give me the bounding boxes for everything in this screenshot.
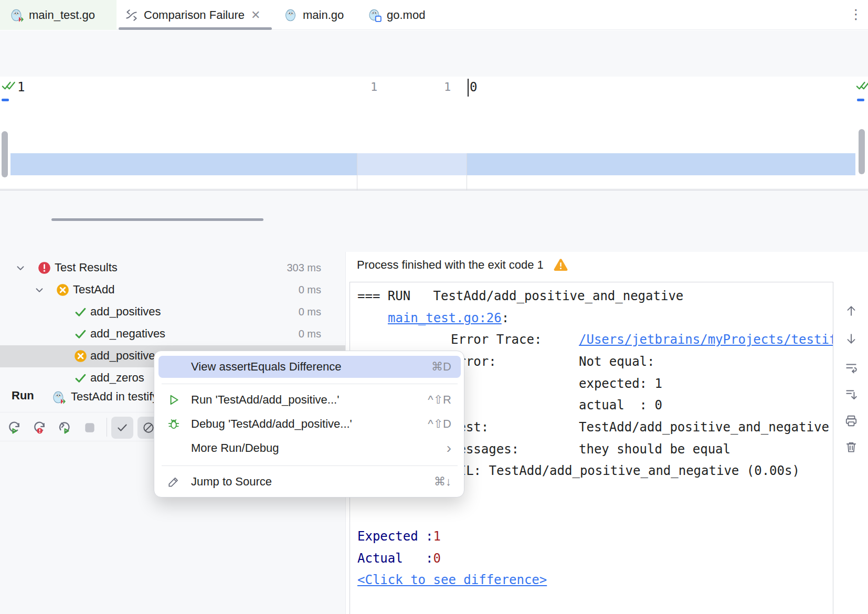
menu-item-shortcut: ⌘D — [431, 360, 451, 374]
tab-label: go.mod — [387, 8, 425, 22]
process-status-text: Process finished with the exit code 1 — [357, 258, 544, 272]
scroll-down-icon[interactable] — [844, 332, 858, 346]
active-tab-underline — [119, 27, 272, 30]
tree-label: add_positives — [90, 305, 161, 319]
tab-label: main.go — [303, 8, 344, 22]
tab-main-go[interactable]: main.go — [278, 0, 357, 30]
menu-item-label: Run 'TestAdd/add_positive...' — [191, 393, 339, 407]
tree-label: TestAdd — [73, 283, 115, 297]
tab-label: Comparison Failure — [144, 8, 245, 22]
tab-bar-kebab-menu-icon[interactable]: ⋮ — [849, 6, 863, 23]
menu-item-label: Jump to Source — [191, 475, 272, 489]
tree-time: 0 ms — [299, 306, 321, 318]
accepted-checks-icon-right — [855, 79, 868, 93]
expected-summary-line: Expected :1 — [357, 527, 441, 546]
diff-pane-headers: Expected Actual — [0, 58, 868, 77]
left-scrollbar-thumb[interactable] — [2, 131, 8, 177]
tab-label: main_test.go — [29, 8, 95, 22]
menu-item-shortcut: ^⇧D — [428, 417, 451, 431]
tab-main-test-go[interactable]: main_test.go — [0, 0, 117, 30]
show-passed-toggle[interactable] — [111, 417, 133, 439]
expected-line-text: 1 — [17, 80, 25, 94]
error-badge-icon — [37, 261, 51, 275]
go-test-file-icon — [51, 390, 66, 404]
tree-row-add-positives[interactable]: add_positives 0 ms — [0, 301, 345, 323]
file-link[interactable]: main_test.go:26 — [388, 311, 502, 325]
scroll-to-end-icon[interactable] — [844, 388, 858, 401]
menu-item-jump-to-source[interactable]: Jump to Source ⌘↓ — [158, 471, 461, 493]
messages-value: they should be equal — [579, 440, 731, 459]
tree-row-testadd[interactable]: TestAdd 0 ms — [0, 279, 345, 301]
accepted-checks-icon-left — [1, 79, 16, 93]
diff-toolbar: Side-by-side viewer Do not ignore Highli… — [0, 30, 868, 58]
menu-item-label: More Run/Debug — [191, 441, 279, 455]
right-line-number: 1 — [444, 80, 451, 93]
scroll-up-icon[interactable] — [844, 304, 858, 317]
menu-item-debug-test[interactable]: Debug 'TestAdd/add_positive...' ^⇧D — [158, 413, 461, 435]
console-run-line: === RUN TestAdd/add_positive_and_negativ… — [357, 287, 683, 305]
diff-editor — [0, 77, 868, 189]
rerun-icon[interactable] — [6, 419, 22, 435]
tree-time: 0 ms — [299, 328, 321, 340]
debug-bug-icon — [167, 417, 183, 431]
passed-check-icon — [73, 327, 88, 341]
close-icon[interactable]: ✕ — [250, 8, 261, 22]
menu-item-label: View assertEquals Difference — [191, 360, 342, 374]
actual-line: actual : 0 — [579, 396, 662, 415]
tree-time: 0 ms — [299, 284, 321, 296]
tree-row-test-results[interactable]: Test Results 303 ms — [0, 257, 345, 279]
passed-check-icon — [73, 305, 88, 319]
actual-line-text: 0 — [470, 80, 477, 94]
tab-go-mod[interactable]: go.mod — [362, 0, 438, 30]
chevron-down-icon[interactable] — [15, 262, 26, 274]
chevron-down-icon[interactable] — [34, 284, 45, 296]
menu-item-more-run-debug[interactable]: More Run/Debug › — [158, 437, 461, 459]
test-value: TestAdd/add_positive_and_negative — [579, 418, 829, 437]
clear-console-trash-icon[interactable] — [844, 440, 858, 454]
go-mod-file-icon — [367, 8, 382, 22]
rerun-automatically-icon[interactable] — [57, 419, 72, 435]
left-line-number: 1 — [371, 80, 377, 93]
menu-item-shortcut: ⌘↓ — [434, 475, 451, 489]
error-trace-path-link[interactable]: /Users/jetbrains/myProjects/testifyToolk… — [579, 330, 833, 349]
expected-changed-line[interactable] — [10, 153, 357, 175]
console-gutter-icons — [833, 282, 868, 614]
expected-line: expected: 1 — [579, 374, 662, 393]
menu-item-shortcut: ^⇧R — [428, 393, 451, 407]
warning-icon — [553, 258, 568, 272]
failed-badge-icon — [56, 283, 70, 297]
run-panel-title: Run — [12, 389, 34, 403]
passed-check-icon — [73, 371, 88, 385]
right-scrollbar-thumb[interactable] — [859, 129, 865, 174]
see-difference-link[interactable]: <Click to see difference> — [357, 570, 547, 589]
change-marker-right — [857, 99, 864, 101]
context-menu: View assertEquals Difference ⌘D Run 'Tes… — [154, 351, 464, 497]
tree-row-add-negatives[interactable]: add_negatives 0 ms — [0, 323, 345, 345]
failed-badge-icon — [73, 349, 88, 363]
tab-comparison-failure[interactable]: Comparison Failure ✕ — [117, 0, 274, 30]
actual-changed-line[interactable] — [467, 153, 855, 175]
menu-item-view-difference[interactable]: View assertEquals Difference ⌘D — [158, 356, 461, 378]
go-file-icon — [283, 8, 298, 22]
change-marker-left — [2, 99, 9, 101]
text-caret — [468, 79, 469, 97]
submenu-chevron-icon: › — [447, 440, 451, 457]
menu-item-run-test[interactable]: Run 'TestAdd/add_positive...' ^⇧R — [158, 389, 461, 411]
pencil-icon — [167, 475, 183, 489]
error-trace-label: Error Trace: — [451, 330, 542, 349]
menu-separator — [162, 384, 458, 384]
editor-tab-bar: main_test.go Comparison Failure ✕ main.g… — [0, 0, 868, 30]
stop-icon — [83, 421, 97, 435]
console-file-line: main_test.go:26: — [388, 309, 509, 327]
menu-item-label: Debug 'TestAdd/add_positive...' — [191, 417, 352, 431]
soft-wrap-icon[interactable] — [844, 361, 858, 374]
run-tab-underline — [51, 218, 263, 221]
rerun-failed-tests-icon[interactable] — [31, 419, 47, 435]
tree-time: 303 ms — [287, 262, 321, 274]
tree-label: add_zeros — [90, 371, 144, 385]
tree-label: Test Results — [55, 261, 118, 274]
menu-separator — [162, 465, 458, 466]
go-test-file-icon — [9, 8, 24, 22]
error-value: Not equal: — [579, 352, 655, 371]
print-icon[interactable] — [844, 414, 858, 428]
